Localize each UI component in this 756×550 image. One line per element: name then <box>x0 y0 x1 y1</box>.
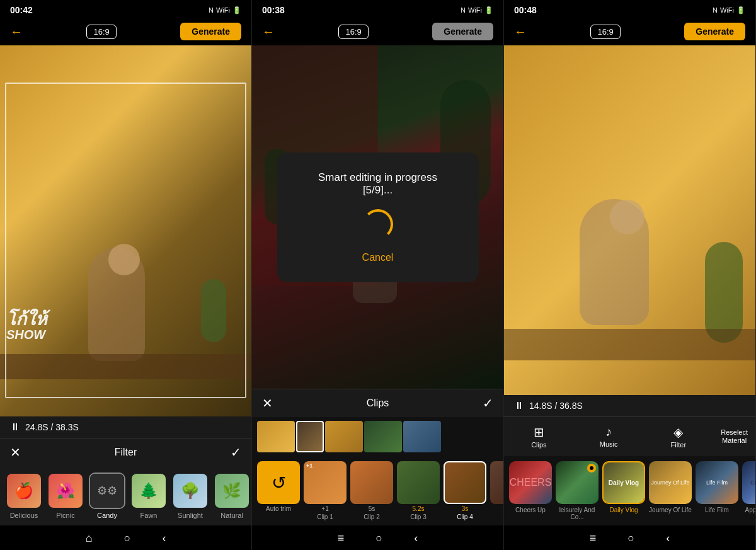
nav-circle-1[interactable]: ○ <box>124 532 131 545</box>
auto-trim-btn[interactable]: ↺ <box>257 461 300 504</box>
music-tab-icon: ♪ <box>605 425 612 439</box>
smart-title: Smart editing in progress [5/9]... <box>302 171 454 197</box>
nav-home-1[interactable]: ⌂ <box>86 532 93 545</box>
template-appointment[interactable]: CHICAGO Appointm ent <box>742 461 755 520</box>
table-1 <box>0 354 251 379</box>
generate-button-2[interactable]: Generate <box>432 23 493 40</box>
template-bg-appt: CHICAGO <box>742 461 755 504</box>
pause-icon-3[interactable]: ⏸ <box>514 400 524 411</box>
smart-spinner <box>363 209 393 239</box>
template-bg-journey: Journey Of Life <box>649 461 692 504</box>
music-tab-label: Music <box>600 440 618 448</box>
filter-item-candy[interactable]: ⚙⚙ Candy <box>88 473 126 519</box>
filter-list: 🍎 Delicious 🌺 Picnic ⚙⚙ <box>0 466 251 525</box>
template-label-daily: Daily Vlog <box>609 507 638 513</box>
nav-circle-3[interactable]: ○ <box>627 532 634 545</box>
template-life-film[interactable]: Life Film Life Film <box>696 461 738 520</box>
template-journey[interactable]: Journey Of Life Journey Of Life <box>649 461 692 520</box>
clip-item-auto[interactable]: ↺ Auto trim <box>257 461 300 512</box>
video-frame-3 <box>504 45 755 395</box>
timeline-clip-5[interactable] <box>403 421 441 452</box>
clip-counter-1: +1 <box>306 462 312 469</box>
clip-name-4: Clip 4 <box>457 513 473 520</box>
wifi-icon-2: WiFi <box>468 6 482 14</box>
template-bg-cheers: CHEERS <box>509 461 552 504</box>
timeline-clip-3[interactable] <box>325 421 363 452</box>
back-button-2[interactable]: ← <box>262 25 275 39</box>
nav-bar-2: ≡ ○ ‹ <box>252 525 503 550</box>
template-cheers-up[interactable]: CHEERS Cheers Up <box>509 461 552 520</box>
status-time-1: 00:42 <box>10 5 33 15</box>
nav-home-2[interactable]: ≡ <box>338 532 345 545</box>
filter-swatch-picnic: 🌺 <box>49 474 83 508</box>
status-icons-3: N WiFi 🔋 <box>713 6 745 14</box>
auto-trim-label: Auto trim <box>266 505 291 512</box>
filter-confirm-btn[interactable]: ✓ <box>231 445 241 460</box>
nav-back-3[interactable]: ‹ <box>666 532 670 545</box>
timeline-bar-3: ⏸ 14.8S / 36.8S <box>504 395 755 416</box>
clips-confirm-btn[interactable]: ✓ <box>483 396 493 411</box>
filter-label-candy: Candy <box>97 512 117 519</box>
person-head-1 <box>108 244 140 275</box>
video-area-3 <box>504 45 755 395</box>
tab-music[interactable]: ♪ Music <box>574 422 644 451</box>
generate-button-3[interactable]: Generate <box>684 23 745 40</box>
ratio-badge-2[interactable]: 16:9 <box>338 25 368 39</box>
back-button-1[interactable]: ← <box>10 25 23 39</box>
clips-close-btn[interactable]: ✕ <box>262 396 273 411</box>
tab-filter[interactable]: ◈ Filter <box>643 422 713 451</box>
template-thumb-daily: Daily Vlog <box>602 461 645 504</box>
clip-thumb-5 <box>490 461 504 504</box>
nav-back-1[interactable]: ‹ <box>162 532 166 545</box>
badge-leisurely <box>587 464 596 473</box>
nav-back-2[interactable]: ‹ <box>414 532 418 545</box>
filter-item-natural[interactable]: 🌿 Natural <box>213 473 251 519</box>
ratio-badge-1[interactable]: 16:9 <box>86 25 116 39</box>
template-daily-vlog[interactable]: Daily Vlog Daily Vlog <box>602 461 645 520</box>
clip-item-4[interactable]: 3s Clip 4 <box>444 461 486 520</box>
nav-home-3[interactable]: ≡ <box>590 532 597 545</box>
clip-item-5[interactable]: 2.5s Clip 5 <box>490 461 504 520</box>
nav-bar-1: ⌂ ○ ‹ <box>0 525 251 550</box>
wifi-icon-3: WiFi <box>720 6 734 14</box>
template-label-appt: Appointm ent <box>745 507 755 513</box>
timeline-clip-1[interactable] <box>257 421 295 452</box>
template-leisurely[interactable]: leisurely And Co... <box>556 461 598 520</box>
panel-clips: 00:38 N WiFi 🔋 ← 16:9 Generate Smart edi… <box>252 0 504 550</box>
filter-header: ✕ Filter ✓ <box>0 438 251 466</box>
timeline-clip-4[interactable] <box>364 421 402 452</box>
filter-tab-icon: ◈ <box>673 425 683 440</box>
filter-item-fawn[interactable]: 🌲 Fawn <box>130 473 168 519</box>
smart-cancel-btn[interactable]: Cancel <box>362 252 394 263</box>
lifefilm-content: Life Film <box>696 461 738 504</box>
battery-icon-2: 🔋 <box>484 6 493 14</box>
clip-duration-3: 5.2s <box>413 505 425 512</box>
panel-editor: 00:48 N WiFi 🔋 ← 16:9 Generate ⏸ 14.8S /… <box>504 0 756 550</box>
clip-item-1[interactable]: +1 +1 Clip 1 <box>304 461 346 520</box>
clip-name-1: Clip 1 <box>317 513 333 520</box>
tab-clips[interactable]: ⊞ Clips <box>504 422 574 451</box>
template-label-journey: Journey Of Life <box>649 507 692 513</box>
filter-item-picnic[interactable]: 🌺 Picnic <box>47 473 84 519</box>
nav-circle-2[interactable]: ○ <box>375 532 382 545</box>
ratio-badge-3[interactable]: 16:9 <box>590 25 620 39</box>
generate-button-1[interactable]: Generate <box>180 23 241 40</box>
filter-swatch-natural: 🌿 <box>215 474 249 508</box>
back-button-3[interactable]: ← <box>514 25 527 39</box>
template-label-leisurely: leisurely And Co... <box>556 507 598 520</box>
timeline-clip-2[interactable] <box>296 421 324 452</box>
reselect-material-btn[interactable]: ReselectMaterial <box>713 422 755 451</box>
clip-item-3[interactable]: 5.2s Clip 3 <box>397 461 440 520</box>
pause-icon-1[interactable]: ⏸ <box>10 421 20 433</box>
clip-item-2[interactable]: 5s Clip 2 <box>350 461 393 520</box>
auto-trim-icon: ↺ <box>272 473 286 493</box>
video-area-2: Smart editing in progress [5/9]... Cance… <box>252 45 503 389</box>
filter-item-sunlight[interactable]: 🌳 Sunlight <box>171 473 209 519</box>
clip-duration-4: 3s <box>462 505 469 512</box>
furniture-3 <box>504 329 755 360</box>
filter-item-delicious[interactable]: 🍎 Delicious <box>5 473 43 519</box>
filter-label-natural: Natural <box>220 512 243 519</box>
editor-tabs: ⊞ Clips ♪ Music ◈ Filter ReselectMateria… <box>504 416 755 456</box>
signal-icon: N <box>209 6 214 14</box>
filter-close-btn[interactable]: ✕ <box>10 445 21 460</box>
